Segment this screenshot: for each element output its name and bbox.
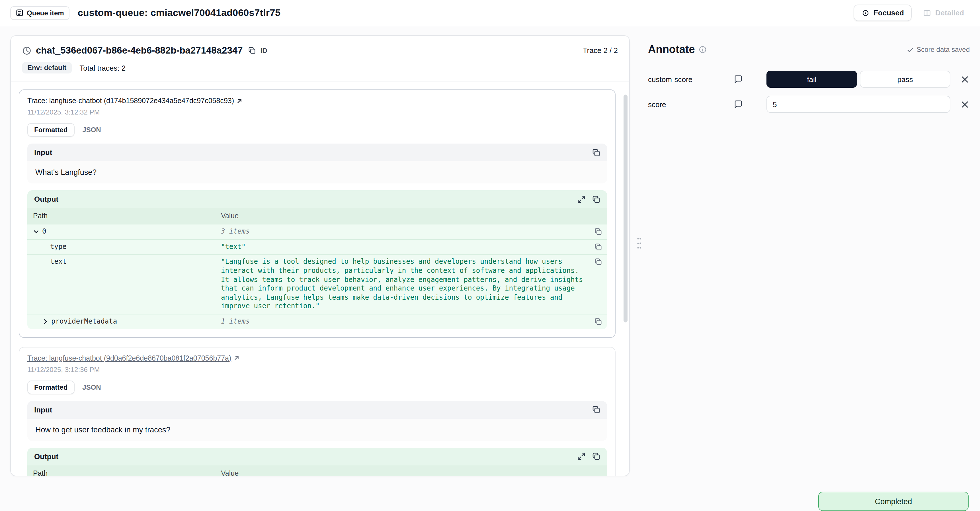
columns-icon: [923, 9, 931, 17]
queue-item-badge: Queue item: [10, 6, 70, 20]
detailed-view-button[interactable]: Detailed: [918, 5, 970, 21]
external-link-icon: [234, 355, 240, 361]
copy-output-icon[interactable]: [592, 452, 600, 460]
copy-output-icon[interactable]: [592, 195, 600, 203]
tab-json[interactable]: JSON: [78, 124, 105, 136]
tab-formatted[interactable]: Formatted: [27, 380, 74, 394]
column-header-path: Path: [27, 465, 215, 476]
input-label: Input: [34, 405, 52, 414]
save-status-label: Score data saved: [916, 46, 970, 54]
delete-score-button[interactable]: [960, 74, 970, 84]
top-header: Queue item custom-queue: cmiacwel70041ad…: [0, 0, 980, 26]
focused-view-button[interactable]: Focused: [854, 5, 912, 21]
session-title: chat_536ed067-b86e-4eb6-882b-ba27148a234…: [36, 45, 243, 56]
tab-json[interactable]: JSON: [78, 381, 105, 393]
completed-button[interactable]: Completed: [818, 492, 969, 511]
output-section: Output: [27, 190, 607, 329]
table-row: text "Langfuse is a tool designed to hel…: [27, 255, 607, 314]
output-label: Output: [34, 452, 58, 460]
annotate-panel: Annotate Score data saved custom-score: [648, 35, 970, 486]
comment-icon[interactable]: [733, 100, 743, 109]
expand-output-icon[interactable]: [578, 452, 585, 460]
clock-icon: [22, 46, 31, 55]
table-row: type "text": [27, 239, 607, 255]
input-value: What's Langfuse?: [27, 161, 607, 183]
id-label: ID: [261, 46, 267, 54]
trace-item-2: Trace: langfuse-chatbot (9d0a6f2e6de8670…: [19, 347, 616, 476]
total-traces-label: Total traces: 2: [80, 64, 126, 72]
chevron-down-icon[interactable]: [33, 228, 39, 235]
copy-row-icon[interactable]: [589, 225, 607, 239]
trace-panel-header: chat_536ed067-b86e-4eb6-882b-ba27148a234…: [11, 36, 629, 73]
copy-row-icon[interactable]: [589, 240, 607, 254]
output-json-table: Path Value 0: [27, 465, 607, 476]
copy-row-icon[interactable]: [589, 314, 607, 329]
trace-panel: chat_536ed067-b86e-4eb6-882b-ba27148a234…: [10, 35, 630, 476]
categorical-score-options: fail pass: [767, 71, 950, 88]
app-root: Queue item custom-queue: cmiacwel70041ad…: [0, 0, 980, 511]
panel-resize-handle[interactable]: [635, 234, 643, 253]
json-path: type: [50, 243, 67, 251]
tab-formatted[interactable]: Formatted: [27, 123, 74, 137]
save-status: Score data saved: [906, 46, 970, 54]
output-json-table: Path Value 0: [27, 208, 607, 329]
table-row: 0 3 items: [27, 224, 607, 239]
trace-timestamp: 11/12/2025, 3:12:32 PM: [27, 108, 607, 116]
delete-score-button[interactable]: [960, 99, 970, 109]
traces-scroll-area[interactable]: Trace: langfuse-chatbot (d174b1589072e43…: [11, 81, 629, 476]
copy-row-icon[interactable]: [589, 255, 607, 269]
score-label: score: [648, 100, 733, 108]
comment-icon[interactable]: [733, 75, 743, 84]
input-value: How to get user feedback in my traces?: [27, 419, 607, 441]
env-badge: Env: default: [22, 62, 72, 73]
trace-link[interactable]: Trace: langfuse-chatbot (d174b1589072e43…: [27, 97, 234, 105]
json-path: 0: [42, 228, 46, 236]
view-mode-toggle: Focused Detailed: [854, 5, 970, 21]
external-link-icon: [236, 98, 243, 104]
numeric-score-input[interactable]: [767, 96, 950, 113]
panel-gap: [630, 35, 648, 486]
focused-view-label: Focused: [873, 8, 904, 17]
score-row-custom-score: custom-score fail pass: [648, 71, 970, 88]
queue-item-badge-label: Queue item: [27, 9, 64, 17]
detailed-view-label: Detailed: [935, 8, 964, 17]
table-row: providerMetadata 1 items: [27, 314, 607, 329]
column-header-value: Value: [215, 208, 589, 224]
json-path: providerMetadata: [51, 317, 117, 325]
score-row-score: score: [648, 96, 970, 113]
format-tabs: Formatted JSON: [27, 380, 607, 394]
input-section: Input What's Langfuse?: [27, 143, 607, 183]
json-value: "Langfuse is a tool designed to help bus…: [215, 255, 589, 314]
format-tabs: Formatted JSON: [27, 123, 607, 137]
column-header-value: Value: [215, 465, 589, 476]
score-label: custom-score: [648, 75, 733, 83]
input-section: Input How to get user feedback in my tra…: [27, 401, 607, 441]
check-icon: [906, 46, 914, 53]
json-value: 1 items: [215, 314, 589, 329]
input-label: Input: [34, 148, 52, 157]
info-icon[interactable]: [699, 46, 707, 54]
score-option-fail[interactable]: fail: [767, 71, 857, 88]
annotate-title: Annotate: [648, 43, 695, 56]
trace-link[interactable]: Trace: langfuse-chatbot (9d0a6f2e6de8670…: [27, 354, 231, 362]
footer-bar: Completed: [0, 486, 980, 511]
scrollbar-thumb[interactable]: [624, 95, 627, 322]
json-path: text: [50, 258, 67, 266]
column-header-path: Path: [27, 208, 215, 224]
page-title: custom-queue: cmiacwel70041ad060s7tlr75: [78, 7, 281, 19]
output-section: Output: [27, 447, 607, 476]
chevron-right-icon[interactable]: [42, 318, 48, 325]
score-option-pass[interactable]: pass: [860, 71, 950, 88]
copy-input-icon[interactable]: [592, 148, 600, 156]
trace-timestamp: 11/12/2025, 3:12:36 PM: [27, 365, 607, 373]
queue-icon: [16, 9, 23, 16]
output-label: Output: [34, 195, 58, 204]
trace-counter: Trace 2 / 2: [583, 46, 618, 55]
focus-icon: [862, 9, 870, 17]
trace-item-1: Trace: langfuse-chatbot (d174b1589072e43…: [19, 89, 616, 337]
json-value: 3 items: [215, 225, 589, 239]
copy-id-icon[interactable]: [248, 47, 256, 54]
main-content: chat_536ed067-b86e-4eb6-882b-ba27148a234…: [0, 26, 980, 486]
copy-input-icon[interactable]: [592, 406, 600, 414]
expand-output-icon[interactable]: [578, 195, 585, 203]
